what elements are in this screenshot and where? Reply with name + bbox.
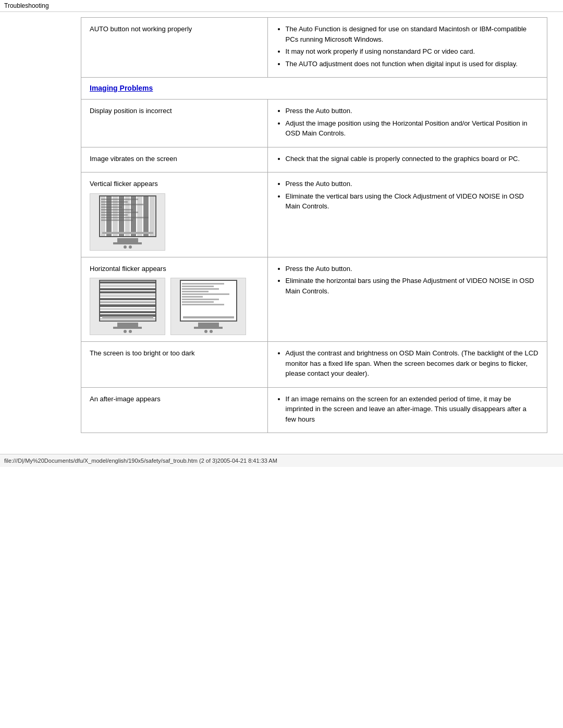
list-item: Press the Auto button. (286, 264, 538, 274)
after-image-solutions: If an image remains on the screen for an… (286, 394, 538, 425)
page-title-bar: Troubleshooting (0, 0, 563, 12)
after-image-problem: An after-image appears (90, 395, 161, 403)
vertical-flicker-problem: Vertical flicker appears (90, 180, 158, 188)
image-vibrates-problem: Image vibrates on the screen (90, 155, 177, 163)
imaging-problems-header-row: Imaging Problems (81, 78, 547, 100)
list-item: If an image remains on the screen for an… (286, 394, 538, 425)
table-row: AUTO button not working properly The Aut… (81, 18, 547, 78)
imaging-problems-header: Imaging Problems (90, 84, 153, 92)
page-footer: file:///D|/My%20Documents/dfu/X_model/en… (0, 454, 563, 467)
vertical-flicker-solutions: Press the Auto button. Eliminate the ver… (286, 179, 538, 212)
auto-button-solutions: The Auto Function is designed for use on… (286, 24, 538, 69)
table-row: Vertical flicker appears (81, 172, 547, 257)
brightness-problem: The screen is too bright or too dark (90, 349, 195, 357)
auto-button-problem: AUTO button not working properly (90, 25, 192, 33)
table-row: The screen is too bright or too dark Adj… (81, 342, 547, 388)
list-item: The Auto Function is designed for use on… (286, 24, 538, 44)
list-item: Press the Auto button. (286, 106, 538, 116)
list-item: The AUTO adjustment does not function wh… (286, 59, 538, 69)
table-row: Horizontal flicker appears (81, 257, 547, 342)
list-item: Eliminate the vertical bars using the Cl… (286, 191, 538, 212)
table-row: Display position is incorrect Press the … (81, 100, 547, 147)
display-position-problem: Display position is incorrect (90, 107, 172, 115)
list-item: Adjust the contrast and brightness on OS… (286, 348, 538, 379)
display-position-solutions: Press the Auto button. Adjust the image … (286, 106, 538, 139)
list-item: Adjust the image position using the Hori… (286, 118, 538, 139)
image-vibrates-solutions: Check that the signal cable is properly … (286, 154, 538, 164)
list-item: Press the Auto button. (286, 179, 538, 189)
horizontal-flicker-images (90, 278, 259, 335)
horizontal-flicker-solutions: Press the Auto button. Eliminate the hor… (286, 264, 538, 297)
page-title: Troubleshooting (4, 2, 49, 9)
list-item: Check that the signal cable is properly … (286, 154, 538, 164)
brightness-solutions: Adjust the contrast and brightness on OS… (286, 348, 538, 379)
vertical-flicker-image (90, 193, 259, 251)
horizontal-flicker-problem: Horizontal flicker appears (90, 265, 166, 273)
list-item: It may not work properly if using nonsta… (286, 46, 538, 57)
list-item: Eliminate the horizontal bars using the … (286, 276, 538, 296)
table-row: Image vibrates on the screen Check that … (81, 147, 547, 172)
footer-text: file:///D|/My%20Documents/dfu/X_model/en… (4, 458, 277, 464)
table-row: An after-image appears If an image remai… (81, 387, 547, 433)
